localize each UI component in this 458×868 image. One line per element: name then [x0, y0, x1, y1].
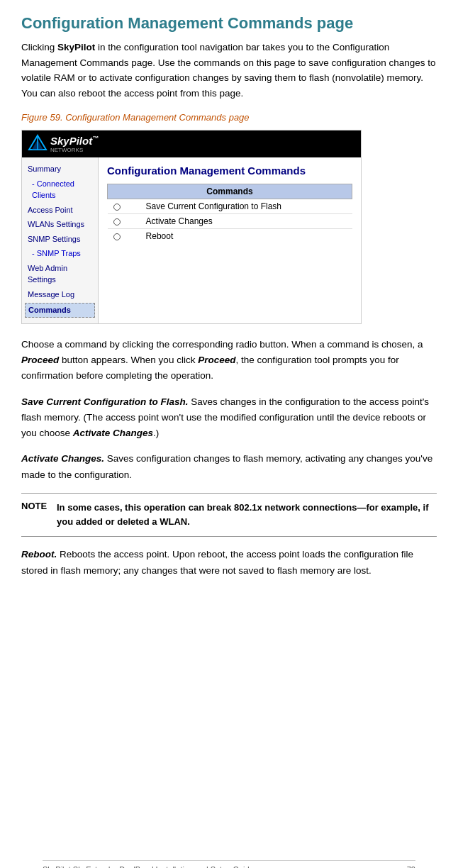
table-row: Reboot	[108, 229, 352, 244]
command-label-3: Reboot	[140, 229, 352, 244]
save-flash-term: Save Current Configuration to Flash.	[21, 396, 189, 407]
networks-text: NETWORKS	[50, 147, 99, 153]
skypilot-logo-icon	[28, 134, 48, 154]
commands-table: Commands Save Current Configuration to F…	[107, 184, 352, 243]
intro-paragraph: Clicking SkyPilot in the configuration t…	[21, 40, 437, 101]
radio-cell-1[interactable]	[108, 199, 140, 214]
radio-button-2[interactable]	[113, 218, 121, 226]
content-title: Configuration Management Commands	[107, 165, 352, 177]
figure-label: Figure 59. Configuration Management Comm…	[21, 112, 437, 123]
nav-wlans-settings[interactable]: WLANs Settings	[22, 217, 98, 232]
footer-left: SkyPilot SkyExtender DualBand Installati…	[43, 865, 254, 868]
page-title: Configuration Management Commands page	[21, 14, 437, 33]
proceed-term-2: Proceed	[198, 355, 235, 365]
command-label-2: Activate Changes	[140, 214, 352, 229]
reboot-paragraph: Reboot. Reboots the access point. Upon r…	[21, 547, 437, 579]
nav-sidebar: Summary - Connected Clients Access Point…	[22, 157, 99, 323]
nav-access-point[interactable]: Access Point	[22, 203, 98, 218]
activate-changes-paragraph: Activate Changes. Saves configuration ch…	[21, 451, 437, 483]
tm-mark: ™	[92, 135, 99, 142]
content-area: Configuration Management Commands Comman…	[99, 157, 361, 323]
footer-bar: SkyPilot SkyExtender DualBand Installati…	[43, 860, 415, 868]
nav-connected-clients[interactable]: - Connected Clients	[22, 177, 98, 203]
radio-cell-3[interactable]	[108, 229, 140, 244]
radio-button-1[interactable]	[113, 204, 121, 211]
footer-right: 72	[407, 865, 415, 868]
screenshot-body: Summary - Connected Clients Access Point…	[22, 157, 361, 323]
table-row: Activate Changes	[108, 214, 352, 229]
table-row: Save Current Configuration to Flash	[108, 199, 352, 214]
choose-command-paragraph: Choose a command by clicking the corresp…	[21, 337, 437, 384]
screenshot-logo: SkyPilot™ NETWORKS	[28, 134, 99, 154]
command-label-1: Save Current Configuration to Flash	[140, 199, 352, 214]
nav-commands[interactable]: Commands	[25, 303, 95, 318]
screenshot-header: SkyPilot™ NETWORKS	[22, 130, 361, 157]
save-flash-paragraph: Save Current Configuration to Flash. Sav…	[21, 394, 437, 442]
activate-changes-term: Activate Changes.	[21, 453, 104, 464]
nav-summary[interactable]: Summary	[22, 162, 98, 177]
note-box: NOTE In some cases, this operation can b…	[21, 493, 437, 537]
intro-text-before: Clicking	[21, 42, 57, 52]
radio-button-3[interactable]	[113, 233, 121, 240]
logo-text: SkyPilot™	[50, 135, 99, 147]
activate-changes-ref: Activate Changes	[73, 428, 153, 438]
screenshot-frame: SkyPilot™ NETWORKS Summary - Connected C…	[21, 130, 362, 324]
nav-message-log[interactable]: Message Log	[22, 287, 98, 302]
radio-cell-2[interactable]	[108, 214, 140, 229]
note-content: In some cases, this operation can break …	[57, 501, 437, 529]
reboot-term: Reboot.	[21, 549, 57, 560]
commands-term-intro: SkyPilot	[57, 42, 95, 52]
proceed-term-1: Proceed	[21, 355, 59, 365]
nav-snmp-settings[interactable]: SNMP Settings	[22, 232, 98, 247]
note-label: NOTE	[21, 501, 47, 529]
nav-web-admin[interactable]: Web Admin Settings	[22, 261, 98, 287]
nav-snmp-traps[interactable]: - SNMP Traps	[22, 246, 98, 261]
commands-table-header: Commands	[108, 184, 352, 199]
